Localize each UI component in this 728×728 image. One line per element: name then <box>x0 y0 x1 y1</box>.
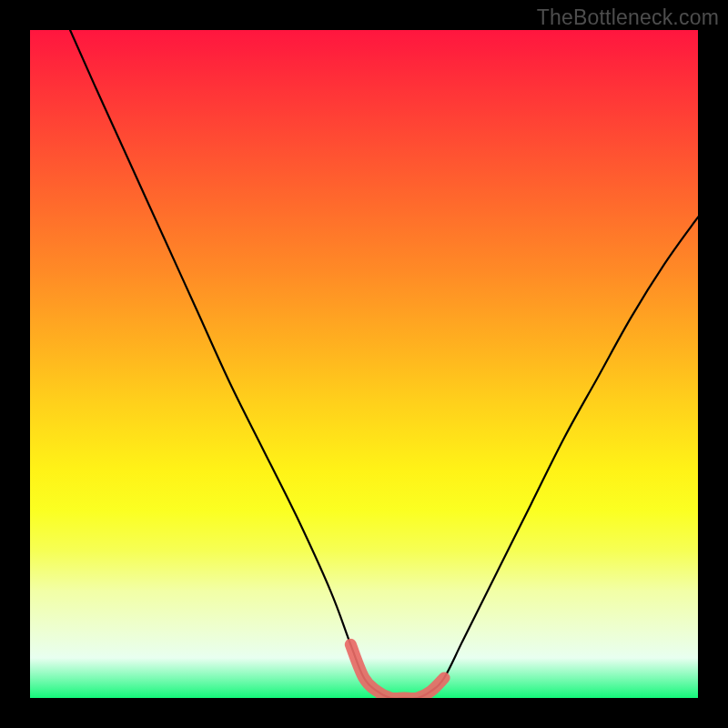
plot-area <box>30 30 698 698</box>
watermark-text: TheBottleneck.com <box>537 5 719 30</box>
bottleneck-curve <box>70 30 698 698</box>
curve-layer <box>30 30 698 698</box>
chart-frame: TheBottleneck.com <box>0 0 728 728</box>
optimal-zone-highlight <box>350 644 444 698</box>
